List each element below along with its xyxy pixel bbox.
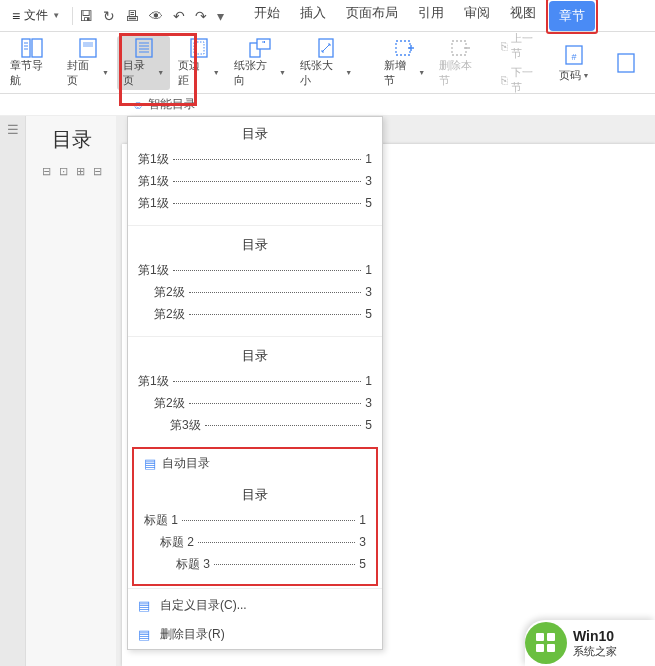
toc-icon	[135, 38, 153, 58]
add-icon[interactable]: ⊞	[76, 165, 85, 178]
toc-sample[interactable]: 目录第1级1第2级3第2级5	[128, 228, 382, 334]
toc-dots	[173, 203, 362, 204]
toc-line: 第1级5	[138, 195, 372, 212]
toc-page-button[interactable]: 目录页▼	[117, 36, 170, 90]
toc-line: 第1级3	[138, 173, 372, 190]
margin-icon	[190, 38, 208, 58]
toc-sample[interactable]: 目录第1级1第1级3第1级5	[128, 117, 382, 223]
tab-start[interactable]: 开始	[244, 0, 290, 34]
ribbon-label: 纸张方向	[234, 58, 277, 88]
tab-section[interactable]: 章节	[549, 1, 595, 31]
toc-page-num: 3	[359, 535, 366, 549]
svg-rect-17	[396, 41, 410, 55]
remove-icon[interactable]: ⊟	[93, 165, 102, 178]
expand-icon[interactable]: ⊡	[59, 165, 68, 178]
page-icon	[617, 50, 635, 76]
section-nav-group: ⎘ 上一节 ⎘ 下一节	[497, 30, 547, 96]
auto-toc-sample[interactable]: 目录 标题 11标题 23标题 35	[134, 478, 376, 584]
preview-icon[interactable]: 👁	[149, 8, 163, 24]
margins-button[interactable]: 页边距▼	[172, 36, 225, 90]
next-section-icon: ⎘	[501, 74, 508, 86]
toc-dots	[182, 520, 355, 521]
tab-view[interactable]: 视图	[500, 0, 546, 34]
toc-dots	[214, 564, 355, 565]
toc-page-num: 3	[365, 174, 372, 188]
toc-line: 第2级3	[138, 284, 372, 301]
ribbon-label: 删除本节	[439, 58, 482, 88]
left-strip: ☰	[0, 116, 26, 666]
tab-page-layout[interactable]: 页面布局	[336, 0, 408, 34]
toc-page-num: 3	[365, 396, 372, 410]
toc-page-num: 1	[365, 152, 372, 166]
smart-toc-label: 智能目录	[148, 96, 196, 113]
toc-entry-label: 标题 3	[176, 556, 210, 573]
chevron-down-icon: ▼	[279, 69, 286, 76]
ribbon-label: 页边距	[178, 58, 210, 88]
quick-access-toolbar: 🖫 ↻ 🖶 👁 ↶ ↷ ▾	[79, 8, 224, 24]
svg-rect-28	[547, 644, 555, 652]
svg-rect-26	[547, 633, 555, 641]
badge-logo	[525, 622, 567, 664]
cover-page-button[interactable]: 封面页▼	[61, 36, 114, 90]
outline-pane: 目录 ⊟ ⊡ ⊞ ⊟	[26, 116, 116, 666]
tab-insert[interactable]: 插入	[290, 0, 336, 34]
collapse-icon[interactable]: ⊟	[42, 165, 51, 178]
toc-dots	[205, 425, 362, 426]
print-icon[interactable]: 🖶	[125, 8, 139, 24]
toc-line: 标题 11	[144, 512, 366, 529]
toc-entry-label: 第3级	[170, 417, 201, 434]
section-nav-button[interactable]: 章节导航	[4, 36, 59, 90]
pagenum-icon: #	[565, 42, 583, 68]
chevron-down-icon: ▼	[157, 69, 164, 76]
smart-toc-row[interactable]: ☺ 智能目录	[0, 94, 655, 116]
auto-toc-label: 自动目录	[162, 455, 210, 472]
qat-more-icon[interactable]: ▾	[217, 8, 224, 24]
ribbon-label: 新增节	[384, 58, 416, 88]
toc-line: 第2级3	[138, 395, 372, 412]
redo-icon[interactable]: ↷	[195, 8, 207, 24]
ribbon-tabs: 开始 插入 页面布局 引用 审阅 视图 章节	[244, 0, 598, 34]
sync-icon[interactable]: ↻	[103, 8, 115, 24]
save-icon[interactable]: 🖫	[79, 8, 93, 24]
svg-rect-24	[618, 54, 634, 72]
tab-references[interactable]: 引用	[408, 0, 454, 34]
svg-rect-6	[83, 42, 93, 47]
custom-toc-menu-item[interactable]: ▤ 自定义目录(C)...	[128, 591, 382, 620]
toc-line: 第1级1	[138, 151, 372, 168]
toc-sample[interactable]: 目录第1级1第2级3第3级5	[128, 339, 382, 445]
delete-toc-label: 删除目录(R)	[160, 626, 225, 643]
svg-rect-7	[136, 39, 152, 57]
delete-section-button: 删除本节	[433, 36, 488, 90]
tab-review[interactable]: 审阅	[454, 0, 500, 34]
paper-size-button[interactable]: 纸张大小▼	[294, 36, 358, 90]
custom-toc-icon: ▤	[138, 598, 152, 613]
svg-rect-25	[536, 633, 544, 641]
toc-entry-label: 标题 1	[144, 512, 178, 529]
toc-dots	[173, 181, 362, 182]
svg-rect-5	[80, 39, 96, 57]
toc-entry-label: 第1级	[138, 173, 169, 190]
chevron-down-icon: ▼	[213, 69, 220, 76]
toc-line: 第1级1	[138, 373, 372, 390]
toc-entry-label: 第1级	[138, 373, 169, 390]
separator	[128, 588, 382, 589]
toc-page-num: 1	[365, 263, 372, 277]
file-menu[interactable]: ≡ 文件 ▼	[6, 5, 66, 26]
list-icon[interactable]: ☰	[7, 122, 19, 137]
separator	[128, 336, 382, 337]
badge-text: Win10 系统之家	[573, 628, 617, 658]
toc-entry-label: 第2级	[154, 395, 185, 412]
cover-icon	[79, 38, 97, 58]
title-bar: ≡ 文件 ▼ 🖫 ↻ 🖶 👁 ↶ ↷ ▾ 开始 插入 页面布局 引用 审阅 视图…	[0, 0, 655, 32]
page-number-button[interactable]: # 页码▼	[549, 36, 599, 90]
more-button[interactable]	[601, 36, 651, 90]
orientation-button[interactable]: 纸张方向▼	[228, 36, 292, 90]
delete-toc-menu-item[interactable]: ▤ 删除目录(R)	[128, 620, 382, 649]
undo-icon[interactable]: ↶	[173, 8, 185, 24]
toc-page-num: 5	[359, 557, 366, 571]
new-section-button[interactable]: 新增节▼	[378, 36, 431, 90]
outline-tools: ⊟ ⊡ ⊞ ⊟	[42, 165, 108, 178]
size-icon	[316, 38, 336, 58]
toc-page-num: 1	[365, 374, 372, 388]
ribbon-label: 封面页	[67, 58, 99, 88]
